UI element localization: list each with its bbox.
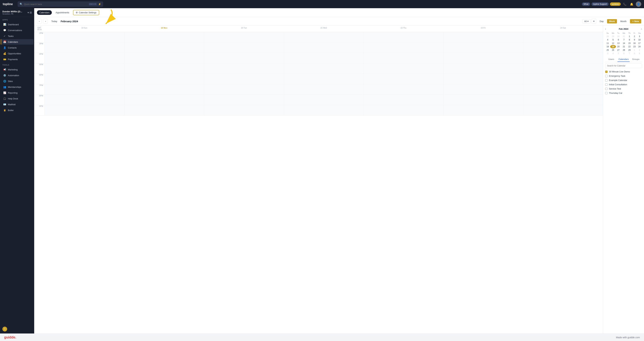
mini-cal-day[interactable]: 5 bbox=[616, 52, 621, 55]
calendar-list-item[interactable]: Initial Consultation bbox=[605, 82, 642, 87]
sidebar-item-mailfold[interactable]: 📧 Mailfold bbox=[1, 102, 34, 107]
mini-cal-day[interactable]: 23 bbox=[632, 45, 637, 48]
calendar-list-item[interactable]: Example Calendar bbox=[605, 78, 642, 82]
cal-day-fri[interactable]: 23 Fri bbox=[444, 25, 523, 32]
cell-sun-6pm[interactable] bbox=[44, 74, 124, 84]
mini-cal-day[interactable]: 4 bbox=[605, 38, 610, 41]
mini-cal-day[interactable]: 6 bbox=[621, 52, 627, 55]
sidebar-item-contacts[interactable]: 👤 Contacts bbox=[1, 45, 34, 50]
mini-cal-day[interactable]: 21 bbox=[621, 45, 627, 48]
mini-cal-day[interactable]: 1 bbox=[632, 48, 637, 52]
cell-thu-9pm[interactable] bbox=[364, 105, 444, 115]
cell-wed-8pm[interactable] bbox=[284, 95, 364, 105]
sidebar-item-marketing[interactable]: 📢 Marketing bbox=[1, 67, 34, 72]
cal-today-btn[interactable]: Today bbox=[49, 19, 59, 23]
cal-day-sun[interactable]: 18 Sun bbox=[44, 25, 124, 32]
mini-cal-day[interactable]: 19 bbox=[610, 45, 616, 48]
cell-sun-5pm[interactable] bbox=[44, 63, 124, 74]
cell-sat-4pm[interactable] bbox=[523, 53, 603, 63]
right-tab-users[interactable]: Users bbox=[605, 57, 618, 62]
cell-wed-6pm[interactable] bbox=[284, 74, 364, 84]
cell-tue-4pm[interactable] bbox=[204, 53, 284, 63]
sidebar-item-helpdesk[interactable]: 🎧 Help Desk bbox=[1, 96, 34, 101]
cell-sun-9pm[interactable] bbox=[44, 105, 124, 115]
mini-cal-day[interactable]: 22 bbox=[627, 45, 632, 48]
calendar-checkbox[interactable] bbox=[605, 79, 608, 81]
search-bar[interactable]: 🔍 Ctrl + K ⚡ bbox=[18, 1, 103, 7]
cell-tue-2pm[interactable] bbox=[204, 32, 284, 42]
avatar[interactable]: 👤 bbox=[636, 1, 641, 7]
sidebar-item-reporting[interactable]: 📈 Reporting bbox=[1, 90, 34, 95]
mini-cal-day[interactable]: 11 bbox=[605, 41, 610, 45]
view-day-btn[interactable]: Day bbox=[598, 19, 606, 23]
sidebar-item-conversations[interactable]: 💬 Conversations bbox=[1, 27, 34, 33]
cell-wed-7pm[interactable] bbox=[284, 84, 364, 94]
sidebar-item-dashboard[interactable]: 📊 Dashboard bbox=[1, 22, 34, 27]
cell-mon-8pm[interactable] bbox=[124, 95, 204, 105]
calendar-list-item[interactable]: Service Test bbox=[605, 87, 642, 91]
cell-sun-7pm[interactable] bbox=[44, 84, 124, 94]
mini-cal-day[interactable]: 3 bbox=[605, 52, 610, 55]
cell-mon-6pm[interactable] bbox=[124, 74, 204, 84]
cell-wed-3pm[interactable] bbox=[284, 42, 364, 53]
sidebar-item-automation[interactable]: ⚙️ Automation bbox=[1, 73, 34, 78]
mini-cal-day[interactable]: 20 bbox=[616, 45, 621, 48]
mini-cal-day[interactable]: 10 bbox=[637, 38, 642, 41]
sidebar-item-sites[interactable]: 🌐 Sites bbox=[1, 78, 34, 84]
cell-fri-6pm[interactable] bbox=[444, 74, 523, 84]
cell-tue-5pm[interactable] bbox=[204, 63, 284, 74]
cell-fri-7pm[interactable] bbox=[444, 84, 523, 94]
sidebar-item-calendars[interactable]: 📅 Calendars bbox=[1, 39, 34, 44]
mini-cal-day[interactable]: 6 bbox=[616, 38, 621, 41]
cell-sat-9pm[interactable] bbox=[523, 105, 603, 115]
mini-cal-day[interactable]: 7 bbox=[627, 52, 632, 55]
tab-appointments[interactable]: Appointments bbox=[53, 10, 72, 15]
cell-sat-6pm[interactable] bbox=[523, 74, 603, 84]
cal-day-mon[interactable]: 19 Mon bbox=[124, 25, 204, 32]
mini-cal-day[interactable]: 26 bbox=[610, 48, 616, 52]
cal-day-tue[interactable]: 20 Tue bbox=[204, 25, 284, 32]
mini-cal-day[interactable]: 9 bbox=[632, 38, 637, 41]
sidebar-item-tasks[interactable]: ✓ Tasks bbox=[1, 33, 34, 39]
right-tab-groups[interactable]: Groups bbox=[630, 57, 642, 62]
cell-wed-4pm[interactable] bbox=[284, 53, 364, 63]
mini-cal-day[interactable]: 15 bbox=[627, 41, 632, 45]
new-event-btn[interactable]: + New bbox=[630, 19, 641, 23]
calendar-search-input[interactable] bbox=[605, 63, 642, 68]
cell-fri-8pm[interactable] bbox=[444, 95, 523, 105]
mini-cal-next[interactable]: › bbox=[641, 27, 642, 30]
cal-filter-all[interactable]: All ▾ bbox=[582, 19, 590, 23]
calendar-checkbox[interactable]: ✓ bbox=[605, 70, 608, 73]
sidebar-item-butler[interactable]: 🤵 Butler bbox=[1, 107, 34, 113]
calendar-list-item[interactable]: ✓30 Minute Live Demo bbox=[605, 69, 642, 74]
cal-day-thu[interactable]: 22 Thu bbox=[364, 25, 444, 32]
mini-cal-day[interactable]: 14 bbox=[621, 41, 627, 45]
cell-mon-7pm[interactable] bbox=[124, 84, 204, 94]
calendar-list-item[interactable]: Thursday Cal bbox=[605, 91, 642, 95]
view-week-btn[interactable]: Week bbox=[607, 19, 617, 23]
mini-cal-day[interactable]: 28 bbox=[605, 35, 610, 38]
sidebar-item-opportunities[interactable]: 💰 Opportunities bbox=[1, 51, 34, 56]
cell-sat-2pm[interactable] bbox=[523, 32, 603, 42]
mini-cal-day[interactable]: 12 bbox=[610, 41, 616, 45]
cell-thu-3pm[interactable] bbox=[364, 42, 444, 53]
mini-cal-day[interactable]: 1 bbox=[627, 35, 632, 38]
mini-cal-day[interactable]: 27 bbox=[616, 48, 621, 52]
calendar-list-item[interactable]: Emergency Task bbox=[605, 74, 642, 78]
calendar-checkbox[interactable] bbox=[605, 75, 608, 77]
company-header[interactable]: Dunder Mifflin [D... Scranton, PA ▾ ⊞ bbox=[0, 8, 34, 17]
mini-cal-day[interactable]: 24 bbox=[637, 45, 642, 48]
cell-thu-5pm[interactable] bbox=[364, 63, 444, 74]
mini-cal-day[interactable]: 29 bbox=[610, 35, 616, 38]
cal-prev-btn[interactable]: ‹ bbox=[37, 19, 42, 23]
cell-fri-2pm[interactable] bbox=[444, 32, 523, 42]
cell-wed-5pm[interactable] bbox=[284, 63, 364, 74]
cell-thu-2pm[interactable] bbox=[364, 32, 444, 42]
cell-fri-4pm[interactable] bbox=[444, 53, 523, 63]
mini-cal-day[interactable]: 18 bbox=[605, 45, 610, 48]
mini-cal-day[interactable]: 29 bbox=[627, 48, 632, 52]
cell-wed-9pm[interactable] bbox=[284, 105, 364, 115]
cell-fri-3pm[interactable] bbox=[444, 42, 523, 53]
tab-calendar-settings[interactable]: ⚙ Calendar Settings bbox=[73, 10, 99, 15]
mini-cal-day[interactable]: 28 bbox=[621, 48, 627, 52]
